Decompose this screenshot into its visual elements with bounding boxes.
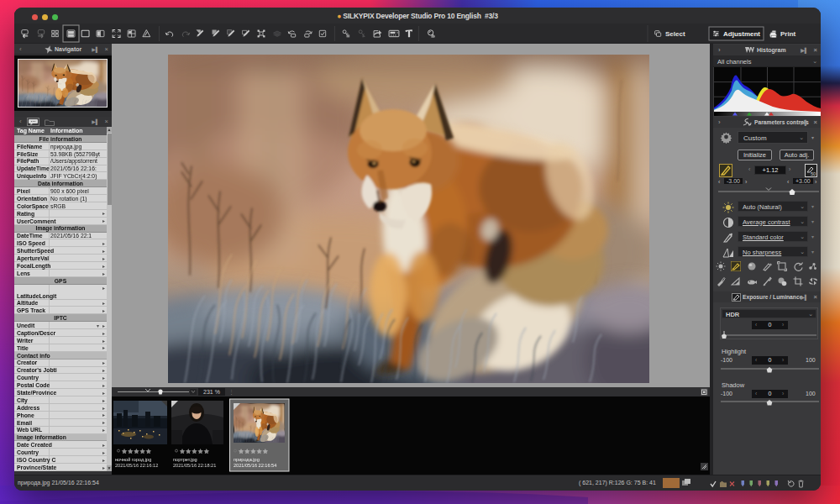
svg-text:портрет.jpg: портрет.jpg bbox=[173, 457, 197, 462]
svg-text:природа.jpg: природа.jpg bbox=[234, 457, 260, 462]
svg-text:Print: Print bbox=[780, 30, 796, 38]
svg-text:Adjustment: Adjustment bbox=[723, 30, 760, 38]
svg-text:ночной город.jpg: ночной город.jpg bbox=[115, 457, 151, 462]
svg-text:⋮: ⋮ bbox=[228, 389, 234, 395]
svg-text:231 %: 231 % bbox=[203, 389, 220, 395]
svg-text:2021/05/16 22:18:21: 2021/05/16 22:18:21 bbox=[173, 463, 216, 468]
svg-text:50: 50 bbox=[811, 171, 816, 176]
svg-text:2021/05/16 22:16:12: 2021/05/16 22:16:12 bbox=[115, 463, 158, 468]
svg-text:2021/05/16 22:16:54: 2021/05/16 22:16:54 bbox=[234, 463, 276, 468]
svg-text:Select: Select bbox=[665, 30, 685, 38]
